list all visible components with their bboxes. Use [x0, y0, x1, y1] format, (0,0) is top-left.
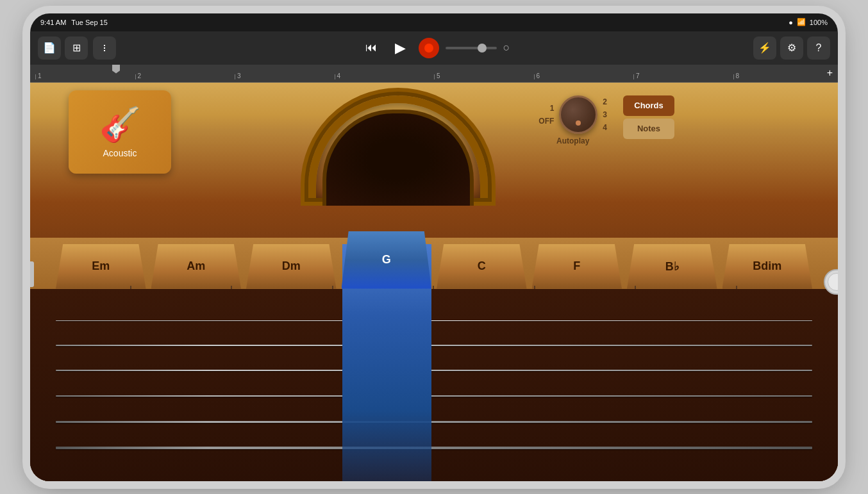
home-button-inner	[828, 273, 838, 291]
autoplay-label-2: 2	[603, 97, 607, 106]
autoplay-knob-container: 1 OFF 2 3 4	[538, 95, 607, 134]
ruler-mark-3: 3	[235, 72, 335, 82]
rewind-icon: ⏮	[365, 41, 377, 54]
ipad-frame: 9:41 AM Tue Sep 15 ● 📶 100% 📄 ⊞ ⫶ ⏮	[30, 13, 838, 481]
string-1[interactable]	[56, 320, 812, 321]
string-4[interactable]	[56, 395, 812, 397]
settings-icon: ⚙	[787, 42, 796, 54]
ruler-mark-8: 8	[733, 72, 833, 82]
chord-f[interactable]: F	[532, 244, 622, 289]
chord-buttons-row: Em Am Dm G C F B♭ Bdim	[30, 238, 838, 289]
mixer-icon: ⫶	[102, 42, 107, 54]
chord-notes-toggle: Chords Notes	[623, 95, 674, 139]
status-bar: 9:41 AM Tue Sep 15 ● 📶 100%	[30, 13, 838, 31]
autoplay-label-1: 1	[550, 104, 555, 113]
autoplay-label-4: 4	[603, 123, 607, 132]
ruler-mark-2: 2	[135, 72, 235, 82]
autoplay-label-off: OFF	[538, 117, 554, 126]
battery-dot: ●	[789, 19, 793, 26]
rewind-button[interactable]: ⏮	[360, 37, 383, 60]
play-button[interactable]: ▶	[389, 37, 412, 60]
status-bar-right: ● 📶 100%	[789, 18, 828, 26]
time: 9:41 AM	[40, 19, 66, 26]
chord-c[interactable]: C	[437, 244, 527, 289]
timeline-ruler[interactable]: 1 2 3 4 5 6 7 8 +	[30, 65, 838, 83]
fretboard-area: Em Am Dm G C F B♭ Bdim	[30, 238, 838, 481]
string-5[interactable]	[56, 421, 812, 423]
chord-am[interactable]: Am	[151, 244, 242, 289]
autoplay-labels-right: 2 3 4	[603, 97, 607, 132]
add-track-button[interactable]: +	[827, 67, 833, 79]
autoplay-knob-dot	[576, 120, 581, 126]
track-view-button[interactable]: ⊞	[65, 37, 88, 60]
help-icon: ?	[816, 42, 822, 54]
volume-slider[interactable]	[446, 47, 497, 49]
ruler-marks: 1 2 3 4 5 6 7 8	[35, 65, 833, 82]
chord-dm[interactable]: Dm	[246, 244, 337, 289]
ruler-mark-7: 7	[633, 72, 733, 82]
toolbar-group-right: ⚡ ⚙ ?	[753, 37, 830, 60]
autoplay-label: Autoplay	[556, 136, 589, 145]
play-icon: ▶	[395, 40, 406, 56]
soundhole-container	[308, 95, 488, 198]
help-button[interactable]: ?	[807, 37, 830, 60]
status-bar-left: 9:41 AM Tue Sep 15	[40, 19, 108, 26]
string-6[interactable]	[56, 447, 812, 449]
undo-icon: ⚡	[758, 42, 771, 54]
new-song-button[interactable]: 📄	[38, 37, 61, 60]
autoplay-control: 1 OFF 2 3 4 Autoplay	[538, 95, 607, 145]
chord-em[interactable]: Em	[56, 244, 146, 289]
volume-circle-icon: ○	[503, 41, 510, 54]
string-2[interactable]	[56, 345, 812, 346]
ruler-mark-6: 6	[534, 72, 634, 82]
main-content: 🎸 Acoustic 1 OFF 2 3 4 Autoplay	[30, 83, 838, 481]
transport-controls: ⏮ ▶ ○	[121, 37, 748, 60]
record-button[interactable]	[419, 38, 439, 58]
strings-area	[30, 289, 838, 481]
soundhole-inner	[322, 110, 474, 206]
ruler-mark-1: 1	[35, 72, 135, 82]
instrument-name: Acoustic	[103, 148, 137, 158]
record-dot	[424, 44, 433, 53]
toolbar-group-left: 📄 ⊞	[38, 37, 88, 60]
volume-thumb	[478, 44, 487, 53]
track-view-icon: ⊞	[72, 42, 81, 54]
autoplay-label-3: 3	[603, 110, 607, 119]
wifi-icon: 📶	[797, 18, 806, 26]
notes-button[interactable]: Notes	[623, 119, 674, 139]
soundhole-arch	[308, 95, 488, 198]
autoplay-knob[interactable]	[559, 95, 597, 134]
guitar-icon: 🎸	[99, 105, 141, 144]
mixer-button[interactable]: ⫶	[93, 37, 116, 60]
side-button[interactable]	[30, 261, 34, 287]
chord-bdim[interactable]: Bdim	[722, 244, 813, 289]
undo-button[interactable]: ⚡	[753, 37, 776, 60]
chord-g[interactable]: G	[342, 231, 432, 289]
string-3[interactable]	[56, 370, 812, 371]
settings-button[interactable]: ⚙	[780, 37, 803, 60]
new-song-icon: 📄	[43, 42, 56, 54]
instrument-card[interactable]: 🎸 Acoustic	[69, 90, 171, 174]
chords-button[interactable]: Chords	[623, 95, 674, 116]
date: Tue Sep 15	[71, 19, 107, 26]
chord-bb[interactable]: B♭	[627, 244, 717, 289]
toolbar-group-mixer: ⫶	[93, 37, 116, 60]
battery: 100%	[810, 19, 828, 26]
autoplay-labels-left: 1 OFF	[538, 104, 554, 126]
ruler-mark-4: 4	[335, 72, 435, 82]
toolbar: 📄 ⊞ ⫶ ⏮ ▶ ○	[30, 31, 838, 65]
ruler-mark-5: 5	[434, 72, 534, 82]
